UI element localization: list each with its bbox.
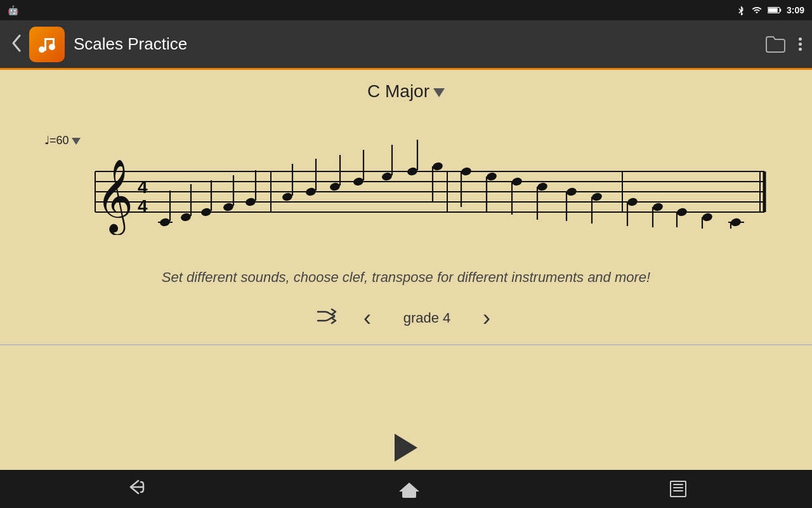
hint-text: Set different sounds, choose clef, trans…	[162, 269, 650, 286]
svg-point-49	[486, 171, 498, 182]
svg-point-25	[180, 212, 192, 222]
nav-recents-button[interactable]	[670, 481, 686, 497]
scale-dropdown-arrow[interactable]	[433, 88, 445, 97]
svg-point-39	[353, 177, 365, 187]
scale-title-area[interactable]: C Major	[367, 81, 445, 102]
app-icon	[29, 27, 65, 62]
main-content: C Major ♩=60 𝄞 4 4	[0, 70, 812, 425]
svg-point-29	[223, 202, 235, 212]
divider	[0, 344, 812, 345]
svg-point-41	[381, 171, 393, 182]
scale-title: C Major	[367, 81, 429, 102]
svg-point-31	[245, 197, 257, 207]
svg-point-47	[461, 166, 473, 177]
battery-icon	[768, 6, 782, 15]
svg-point-59	[627, 197, 639, 207]
tempo-area[interactable]: ♩=60	[44, 133, 81, 147]
svg-point-61	[652, 202, 664, 212]
svg-rect-2	[768, 8, 778, 13]
nav-bar	[0, 470, 812, 508]
app-bar: Scales Practice	[0, 20, 812, 70]
svg-point-65	[702, 212, 714, 222]
svg-point-53	[537, 182, 549, 192]
more-button[interactable]	[799, 37, 802, 51]
svg-point-33	[282, 192, 294, 202]
svg-point-45	[432, 161, 444, 171]
svg-point-63	[676, 207, 688, 217]
svg-rect-6	[44, 38, 54, 40]
shuffle-button[interactable]	[317, 307, 339, 330]
home-roof-icon	[399, 483, 419, 491]
prev-grade-button[interactable]: ‹	[358, 305, 376, 331]
play-area	[0, 425, 812, 470]
nav-home-button[interactable]	[399, 480, 419, 498]
folder-button[interactable]	[764, 34, 786, 55]
svg-point-27	[200, 207, 213, 217]
tempo-dropdown-arrow[interactable]	[72, 138, 81, 145]
play-button[interactable]	[395, 434, 417, 462]
svg-point-3	[39, 46, 45, 53]
back-button[interactable]	[10, 33, 23, 56]
svg-text:4: 4	[138, 196, 148, 216]
svg-point-35	[305, 187, 317, 197]
time-display: 3:09	[787, 5, 804, 15]
svg-point-37	[329, 182, 341, 192]
app-actions	[764, 34, 802, 55]
grade-label: grade 4	[395, 310, 459, 326]
tempo-text: ♩=60	[44, 133, 69, 147]
bluetooth-icon	[736, 5, 746, 15]
recents-icon	[670, 481, 686, 497]
sheet-music: 𝄞 4 4	[41, 121, 771, 237]
next-grade-button[interactable]: ›	[478, 305, 495, 331]
svg-rect-1	[780, 9, 781, 11]
grade-nav: ‹ grade 4 ›	[317, 305, 495, 331]
svg-point-43	[407, 166, 419, 177]
svg-point-51	[511, 177, 523, 187]
svg-point-55	[566, 187, 578, 197]
svg-rect-7	[53, 38, 55, 48]
svg-point-57	[591, 192, 603, 202]
wifi-icon	[751, 5, 763, 15]
svg-text:4: 4	[138, 177, 148, 197]
android-icon: 🤖	[8, 5, 18, 15]
app-title: Scales Practice	[74, 34, 764, 54]
nav-back-button[interactable]	[126, 478, 148, 500]
status-bar: 🤖 3:09	[0, 0, 812, 20]
svg-text:𝄞: 𝄞	[96, 160, 133, 235]
